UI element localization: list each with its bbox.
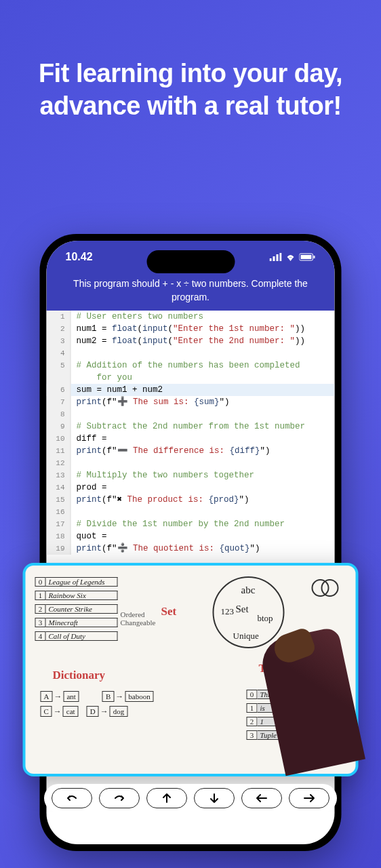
editor-toolbar (44, 784, 337, 812)
set-text-3: 123 (221, 606, 235, 617)
set-label: Set (161, 605, 177, 618)
set-text-1: abc (241, 585, 256, 596)
tutor-whiteboard[interactable]: 0League of Legends1Rainbow Six2Counter S… (23, 563, 359, 776)
status-icons (270, 252, 316, 263)
code-line[interactable]: 17# Divide the 1st number by the 2nd num… (47, 518, 335, 530)
code-editor[interactable]: 1# User enters two numbers2num1 = float(… (47, 311, 335, 571)
instruction-bar: This program should + - x ÷ two numbers.… (47, 273, 335, 311)
svg-rect-0 (270, 258, 272, 261)
code-line[interactable]: 1# User enters two numbers (47, 311, 335, 323)
battery-icon (300, 252, 316, 263)
code-line[interactable]: 19print(f"➗ The quotient is: {quot}") (47, 542, 335, 555)
code-line[interactable]: 10diff = (47, 433, 335, 445)
set-text-2: Set (236, 604, 249, 615)
redo-button[interactable] (99, 788, 140, 808)
code-line[interactable]: 13# Multiply the two numbers together (47, 469, 335, 481)
left-button[interactable] (241, 788, 282, 808)
venn-icon (312, 579, 339, 599)
signal-icon (270, 252, 282, 263)
code-line[interactable]: 8 (47, 408, 335, 420)
list-table: 0League of Legends1Rainbow Six2Counter S… (35, 575, 118, 643)
up-button[interactable] (146, 788, 187, 808)
code-line[interactable]: 6sum = num1 + num2 (47, 384, 335, 396)
code-line[interactable]: 14prod = (47, 481, 335, 494)
wifi-icon (285, 252, 296, 263)
code-line[interactable]: 9# Subtract the 2nd number from the 1st … (47, 420, 335, 433)
code-line[interactable]: 4 (47, 347, 335, 359)
code-line[interactable]: 11print(f"➖ The difference is: {diff}") (47, 445, 335, 457)
list-note: Ordered Changeable (121, 610, 156, 627)
down-button[interactable] (194, 788, 235, 808)
svg-rect-3 (280, 253, 282, 261)
set-circle: abc Set 123 btop Unique (213, 576, 285, 648)
code-line[interactable]: 7print(f"➕ The sum is: {sum}") (47, 396, 335, 408)
code-line[interactable]: 15print(f"✖ The product is: {prod}") (47, 494, 335, 506)
right-button[interactable] (289, 788, 329, 808)
svg-rect-6 (314, 256, 315, 258)
set-text-4: btop (258, 613, 273, 624)
phone-notch (146, 250, 235, 273)
undo-button[interactable] (52, 788, 92, 808)
headline: Fit learning into your day, advance with… (0, 0, 381, 122)
code-line[interactable]: 12 (47, 457, 335, 469)
dictionary-pairs: A→antB→baboonC→catD→dog (37, 689, 158, 719)
svg-rect-1 (273, 256, 275, 261)
code-line[interactable]: 2num1 = float(input("Enter the 1st numbe… (47, 323, 335, 335)
svg-rect-2 (277, 254, 279, 261)
dictionary-label: Dictionary (53, 669, 105, 682)
svg-rect-5 (301, 255, 312, 259)
code-line[interactable]: 18quot = (47, 530, 335, 542)
status-time: 10.42 (66, 251, 93, 263)
code-line[interactable]: 3num2 = float(input("Enter the 2nd numbe… (47, 335, 335, 347)
code-line[interactable]: 16 (47, 506, 335, 518)
set-note: Unique (233, 631, 259, 642)
code-line[interactable]: 5# Addition of the numbers has been comp… (47, 359, 335, 384)
